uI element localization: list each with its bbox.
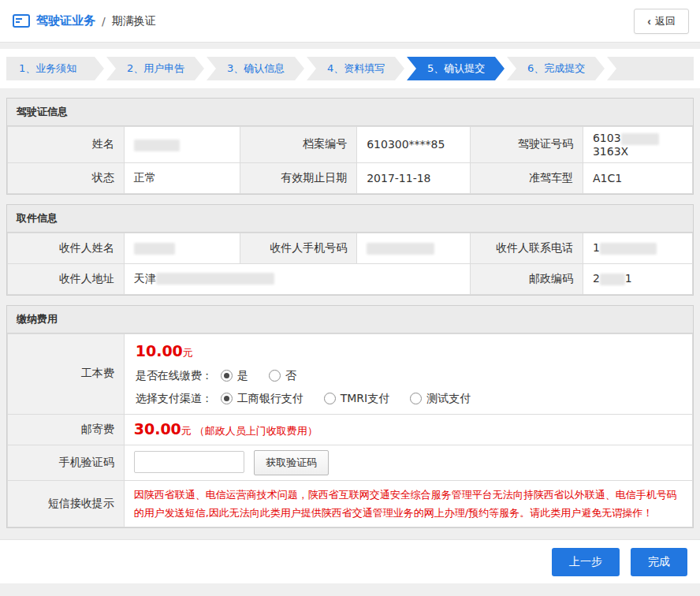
channel-tmri-label: TMRI支付 bbox=[341, 392, 390, 406]
license-number-prefix: 6103 bbox=[593, 132, 621, 144]
pickup-info-section: 取件信息 收件人姓名 收件人手机号码 收件人联系电话 1 收件人地址 天津 邮政… bbox=[6, 204, 694, 296]
online-pay-row: 是否在线缴费： 是 否 bbox=[136, 369, 681, 383]
recipient-phone-value: 1 bbox=[583, 233, 692, 263]
pay-channel-row: 选择支付渠道： 工商银行支付 TMRI支付 测试支付 bbox=[136, 392, 681, 406]
production-fee-unit: 元 bbox=[183, 347, 193, 359]
step-1-business-notice[interactable]: 1、业务须知 bbox=[6, 57, 104, 80]
breadcrumb: 驾驶证业务 / 期满换证 bbox=[13, 13, 156, 28]
redacted-recipient-name bbox=[134, 243, 175, 255]
postal-code-prefix: 2 bbox=[593, 272, 600, 285]
redacted-recipient-phone bbox=[600, 243, 657, 255]
channel-icbc-option[interactable]: 工商银行支付 bbox=[221, 392, 303, 406]
online-pay-yes-label: 是 bbox=[237, 369, 248, 383]
channel-test-label: 测试支付 bbox=[426, 392, 471, 406]
chevron-left-icon: ‹ bbox=[647, 15, 651, 28]
radio-unchecked-icon[interactable] bbox=[324, 393, 336, 404]
redacted-license-number bbox=[621, 133, 659, 145]
page-header: 驾驶证业务 / 期满换证 ‹ 返回 bbox=[0, 0, 700, 43]
back-button[interactable]: ‹ 返回 bbox=[634, 9, 689, 34]
back-button-label: 返回 bbox=[655, 14, 676, 28]
recipient-address-prefix: 天津 bbox=[134, 272, 156, 285]
sms-note-label: 短信接收提示 bbox=[8, 480, 125, 527]
vehicle-class-value: A1C1 bbox=[583, 162, 692, 193]
postal-code-label: 邮政编码 bbox=[470, 263, 583, 294]
step-2-user-declaration[interactable]: 2、用户申告 bbox=[106, 57, 204, 80]
postal-code-value: 21 bbox=[583, 263, 692, 294]
expiry-label: 有效期止日期 bbox=[240, 162, 357, 193]
pickup-section-title: 取件信息 bbox=[7, 205, 693, 233]
channel-tmri-option[interactable]: TMRI支付 bbox=[324, 392, 390, 406]
postal-code-suffix: 1 bbox=[625, 272, 632, 285]
license-info-section: 驾驶证信息 姓名 档案编号 610300****85 驾驶证号码 6103316… bbox=[6, 98, 694, 195]
fees-section-title: 缴纳费用 bbox=[7, 306, 693, 333]
recipient-name-label: 收件人姓名 bbox=[8, 233, 125, 263]
file-number-value: 610300****85 bbox=[357, 127, 470, 163]
fees-section: 缴纳费用 工本费 10.00元 是否在线缴费： 是 否 bbox=[6, 305, 694, 529]
recipient-mobile-label: 收件人手机号码 bbox=[240, 233, 357, 263]
footer-actions: 上一步 完成 bbox=[0, 539, 700, 583]
step-5-confirm-submit[interactable]: 5、确认提交 bbox=[407, 57, 505, 80]
sms-code-content: 获取验证码 bbox=[124, 445, 692, 480]
production-fee-content: 10.00元 是否在线缴费： 是 否 选择支付渠道： bbox=[124, 333, 692, 414]
step-4-fill-data[interactable]: 4、资料填写 bbox=[307, 57, 404, 80]
sms-note-content: 因陕西省联通、电信运营商技术问题，陕西省互联网交通安全综合服务管理平台无法向持陕… bbox=[124, 480, 692, 527]
recipient-phone-prefix: 1 bbox=[593, 241, 600, 254]
radio-checked-icon[interactable] bbox=[221, 393, 233, 404]
pay-channel-question: 选择支付渠道： bbox=[136, 392, 213, 406]
recipient-name-value bbox=[124, 233, 240, 263]
sms-code-input[interactable] bbox=[134, 451, 244, 473]
step-wizard: 1、业务须知 2、用户申告 3、确认信息 4、资料填写 5、确认提交 6、完成提… bbox=[0, 49, 700, 88]
license-number-suffix: 3163X bbox=[593, 145, 628, 158]
name-label: 姓名 bbox=[8, 127, 125, 163]
recipient-phone-label: 收件人联系电话 bbox=[470, 233, 583, 263]
postage-fee-unit: 元 bbox=[181, 425, 192, 437]
license-number-label: 驾驶证号码 bbox=[470, 127, 583, 163]
step-6-complete-submit[interactable]: 6、完成提交 bbox=[507, 57, 605, 80]
recipient-address-label: 收件人地址 bbox=[8, 263, 125, 294]
license-number-value: 61033163X bbox=[583, 127, 692, 163]
license-section-title: 驾驶证信息 bbox=[7, 99, 693, 126]
redacted-recipient-address bbox=[156, 273, 274, 285]
channel-test-option[interactable]: 测试支付 bbox=[410, 392, 471, 406]
page-title: 驾驶证业务 bbox=[36, 13, 95, 28]
name-value bbox=[124, 127, 240, 163]
radio-unchecked-icon[interactable] bbox=[410, 393, 422, 404]
radio-checked-icon[interactable] bbox=[221, 370, 233, 382]
expiry-value: 2017-11-18 bbox=[357, 162, 470, 193]
recipient-mobile-value bbox=[357, 233, 470, 263]
postage-fee-content: 30.00元（邮政人员上门收取费用） bbox=[124, 414, 692, 445]
vehicle-class-label: 准驾车型 bbox=[470, 162, 583, 193]
breadcrumb-separator: / bbox=[102, 15, 106, 28]
postage-fee-label: 邮寄费 bbox=[8, 414, 125, 445]
finish-button[interactable]: 完成 bbox=[631, 548, 687, 576]
step-bar-filler bbox=[607, 57, 694, 80]
online-pay-no-label: 否 bbox=[285, 369, 296, 383]
step-3-confirm-info[interactable]: 3、确认信息 bbox=[207, 57, 304, 80]
postage-fee-note: （邮政人员上门收取费用） bbox=[195, 425, 318, 437]
postage-fee-amount: 30.00 bbox=[134, 420, 181, 438]
production-fee-amount: 10.00 bbox=[136, 342, 183, 359]
production-fee-label: 工本费 bbox=[8, 333, 125, 414]
redacted-name bbox=[134, 140, 180, 151]
status-label: 状态 bbox=[8, 162, 125, 193]
recipient-address-value: 天津 bbox=[124, 263, 470, 294]
breadcrumb-current: 期满换证 bbox=[112, 14, 156, 28]
online-pay-question: 是否在线缴费： bbox=[136, 369, 213, 383]
get-code-button[interactable]: 获取验证码 bbox=[254, 450, 329, 475]
radio-unchecked-icon[interactable] bbox=[269, 370, 281, 382]
online-pay-no-option[interactable]: 否 bbox=[269, 369, 296, 383]
redacted-postal-code bbox=[600, 274, 625, 285]
redacted-recipient-mobile bbox=[367, 243, 434, 255]
sms-code-label: 手机验证码 bbox=[8, 445, 125, 480]
sms-note-text: 因陕西省联通、电信运营商技术问题，陕西省互联网交通安全综合服务管理平台无法向持陕… bbox=[134, 486, 683, 523]
file-number-label: 档案编号 bbox=[240, 127, 357, 163]
online-pay-yes-option[interactable]: 是 bbox=[221, 369, 248, 383]
channel-icbc-label: 工商银行支付 bbox=[237, 392, 303, 406]
previous-step-button[interactable]: 上一步 bbox=[552, 548, 620, 576]
license-card-icon bbox=[13, 14, 30, 28]
status-value: 正常 bbox=[124, 162, 240, 193]
